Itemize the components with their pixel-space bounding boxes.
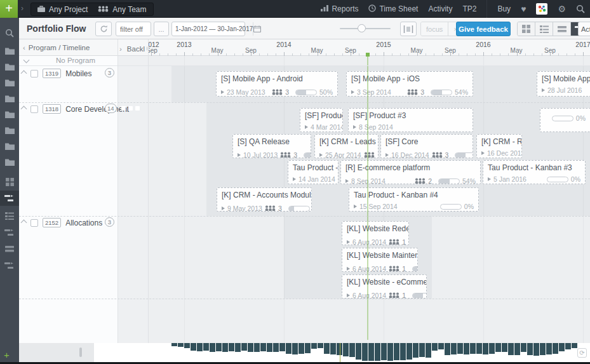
rows-view-icon[interactable]: [0, 241, 19, 257]
expand-backlog-icon[interactable]: ›: [119, 45, 122, 53]
collapse-left-icon[interactable]: ‹: [23, 44, 25, 51]
refresh-button[interactable]: [95, 22, 112, 36]
flow-view-icon[interactable]: [0, 225, 19, 240]
card-kl-website-maintenance[interactable]: [KL] Website Maintenance6 Aug 20141: [342, 248, 418, 272]
rows-view-toggle[interactable]: [553, 22, 571, 36]
gear-icon[interactable]: ⚙: [558, 4, 566, 13]
card-untitled-5[interactable]: 0%: [540, 108, 590, 132]
folder-icon-7[interactable]: [0, 138, 19, 154]
month-tick: [176, 53, 177, 56]
cards-grid-icon[interactable]: [0, 174, 19, 189]
timeline-minimap[interactable]: ⟳: [19, 343, 590, 362]
month-tick: [326, 53, 326, 56]
backlog-header[interactable]: ›Backl3: [119, 44, 147, 53]
no-program-label: No Program: [56, 57, 95, 64]
panel-divider[interactable]: [117, 39, 118, 343]
nav-tp2[interactable]: TP2: [462, 4, 476, 13]
list-view-toggle[interactable]: [535, 22, 553, 36]
folder-icon-6[interactable]: [0, 123, 19, 138]
filter-input[interactable]: [116, 22, 151, 36]
search-icon-topbar[interactable]: [576, 4, 585, 13]
card-s-mobile-app-ios[interactable]: [S] Mobile App - iOS3 Sep 2014354%: [346, 71, 473, 97]
minimap-handle[interactable]: [79, 347, 82, 357]
folder-icon-5[interactable]: [0, 107, 19, 122]
panel-header[interactable]: ‹Program / Timeline: [23, 44, 90, 51]
give-feedback-button[interactable]: Give feedback: [456, 22, 511, 36]
actions-button[interactable]: Actions: [578, 22, 590, 36]
backlog-list-icon[interactable]: [0, 208, 19, 224]
card-tau-product-kanban[interactable]: Tau Product - Kanban #14 Jan 2014: [288, 160, 339, 184]
expand-chevron-icon[interactable]: ›: [21, 4, 23, 13]
backlog-card-dot[interactable]: [128, 106, 133, 111]
card-kl-website-redesign[interactable]: [KL] Website Redesign6 Aug 20141: [342, 221, 409, 245]
collapse-chevron-icon[interactable]: [21, 106, 27, 112]
zoom-slider[interactable]: [340, 28, 391, 29]
minimap-bar: [178, 343, 184, 347]
focus-button[interactable]: focus: [421, 22, 448, 36]
date-range-value[interactable]: 1-Jan-2012 — 30-Jan-2017: [172, 25, 253, 32]
more-options-button[interactable]: ...: [154, 22, 169, 36]
folder-icon-3[interactable]: [0, 75, 19, 90]
card-s-mobile-app-android[interactable]: [S] Mobile App - Android23 May 2013350%: [216, 71, 338, 97]
folder-icon-8[interactable]: [0, 154, 19, 170]
backlog-divider[interactable]: [148, 39, 149, 343]
backlog-cards-dots[interactable]: [121, 106, 140, 111]
minimap-bar: [502, 343, 507, 352]
program-checkbox[interactable]: [30, 105, 38, 113]
collapse-chevron-icon[interactable]: [21, 71, 27, 77]
nav-timesheet[interactable]: Time Sheet: [368, 4, 418, 14]
nav-activity[interactable]: Activity: [428, 4, 452, 13]
rail-add-icon[interactable]: +: [4, 349, 10, 360]
no-program-row[interactable]: No Program: [19, 56, 590, 66]
heart-icon[interactable]: ♥: [521, 4, 526, 13]
nav-reports[interactable]: Reports: [321, 4, 358, 13]
folder-icon-1[interactable]: [0, 43, 19, 58]
backlog-card-dot[interactable]: [135, 106, 140, 111]
program-row-mobiles[interactable]: 1319Mobiles: [22, 69, 92, 78]
avatar[interactable]: [536, 3, 547, 15]
progress-bar: [304, 152, 311, 158]
minimap-bar: [413, 343, 419, 358]
start-icon: [481, 151, 485, 155]
team-selector[interactable]: Any Team: [98, 5, 146, 14]
calendar-icon[interactable]: [253, 22, 261, 36]
card-k-crm-accounts-module[interactable]: [K] CRM - Accounts Module9 May 2013325%: [217, 187, 312, 212]
nav-buy[interactable]: Buy: [497, 4, 511, 13]
progress-bar: [547, 177, 568, 182]
program-checkbox[interactable]: [30, 70, 38, 78]
card-sf-product[interactable]: [SF] Product #4 Mar 2014: [300, 108, 343, 132]
card-meta: 8 Sep 2014254%: [341, 172, 480, 184]
collapse-panels-button[interactable]: [400, 22, 417, 36]
minimap-bar: [533, 343, 539, 356]
start-icon: [305, 125, 308, 129]
collapse-chevron-icon[interactable]: [21, 220, 27, 226]
card-kl-website-ecommerce-integr[interactable]: [KL] Website - eCommerce Integr6 Aug 201…: [342, 274, 427, 299]
minimap-refresh-icon[interactable]: ⟳: [577, 348, 587, 358]
search-icon[interactable]: [0, 25, 19, 41]
month-tick: [567, 53, 567, 56]
card-s-qa-release[interactable]: [S] QA Release10 Jul 20133: [232, 134, 311, 158]
add-button[interactable]: +: [0, 0, 18, 18]
folder-icon-4[interactable]: [0, 91, 19, 106]
month-tick: [533, 53, 534, 56]
lane-separator: [19, 216, 590, 217]
program-row-allocations[interactable]: 2152Allocations: [22, 218, 102, 227]
folder-icon-2[interactable]: [0, 59, 19, 74]
zoom-slider-thumb[interactable]: [358, 24, 366, 32]
card-tau-product-kanban-3[interactable]: Tau Product - Kanban #35 Jan 20160%: [483, 160, 586, 184]
card-k-crm-re[interactable]: [K] CRM - Re16 Dec 2015: [476, 134, 522, 158]
backlog-card-dot[interactable]: [121, 106, 126, 111]
minimap-today-line: [340, 343, 340, 362]
portfolio-flow-icon[interactable]: [0, 191, 19, 206]
card-meta: 0%: [540, 111, 590, 122]
card-r-e-commerce-platform[interactable]: [R] E-commerce platform8 Sep 2014254%: [340, 160, 481, 184]
flow-view-icon-2[interactable]: [0, 258, 19, 273]
card-s-mobile-app-wi[interactable]: [S] Mobile App - Wi28 Jul 2016: [537, 71, 590, 97]
card-k-crm-leads-module[interactable]: [K] CRM - Leads Module25 Apr 2014: [314, 134, 379, 158]
board-view-toggle[interactable]: [518, 22, 535, 36]
card-start-date: 5 Jan 2016: [493, 175, 526, 183]
program-checkbox[interactable]: [30, 219, 38, 227]
chevron-down-icon[interactable]: [23, 57, 30, 64]
project-selector[interactable]: Any Project: [37, 5, 88, 14]
card-sf-core[interactable]: [SF] Core16 Dec 2014350%: [380, 134, 473, 158]
